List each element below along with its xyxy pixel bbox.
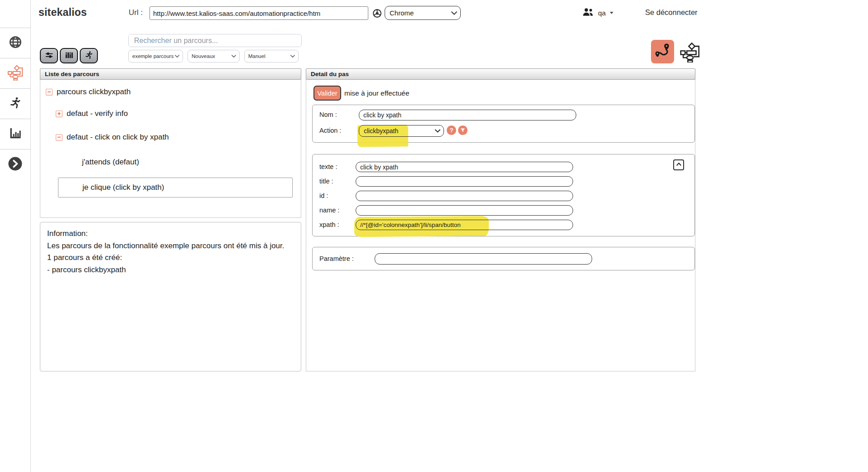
- info-line: 1 parcours a été créé:: [47, 252, 294, 264]
- nom-label: Nom :: [319, 111, 337, 118]
- info-line: Les parcours de la fonctionnalité exempl…: [47, 240, 294, 252]
- tree-item-label: parcours clickbyxpath: [57, 87, 130, 96]
- status-message: mise à jour effectuée: [344, 89, 410, 97]
- collapse-minus-icon[interactable]: [46, 89, 53, 96]
- filter-funnel-icon[interactable]: [458, 125, 468, 135]
- detail-panel: Detail du pas Valider mise à jour effect…: [306, 68, 695, 371]
- tree-item-je-clique-selected[interactable]: je clique (click by xpath): [58, 178, 293, 197]
- sidebar: [0, 0, 31, 472]
- mode-select[interactable]: Manuel: [244, 50, 299, 63]
- bar-chart-icon: [9, 127, 22, 142]
- information-panel: Information: Les parcours de la fonction…: [40, 222, 301, 371]
- chevron-right-circle-icon: [8, 156, 23, 173]
- search-input[interactable]: [128, 34, 302, 47]
- xpath-input[interactable]: [356, 220, 573, 230]
- url-label: Url :: [129, 8, 143, 17]
- status-select[interactable]: Nouveaux: [188, 50, 240, 63]
- action-label: Action :: [319, 127, 341, 134]
- parcours-panel-title: Liste des parcours: [40, 68, 301, 80]
- tree-item-label: defaut - verify info: [67, 109, 128, 118]
- tree-item-click-on-xpath[interactable]: defaut - click on click by xpath: [56, 133, 169, 142]
- parametre-input[interactable]: [375, 253, 592, 265]
- title-input[interactable]: [356, 176, 573, 187]
- sidebar-item-run[interactable]: [0, 88, 30, 119]
- id-label: id :: [319, 192, 328, 199]
- functionality-select[interactable]: exemple parcours: [128, 50, 183, 63]
- detail-panel-title: Detail du pas: [306, 68, 695, 80]
- browser-select[interactable]: Chrome: [385, 6, 461, 20]
- users-icon: [582, 8, 594, 18]
- sidebar-item-expand[interactable]: [0, 149, 30, 179]
- url-input[interactable]: [149, 6, 368, 20]
- library-icon: [64, 50, 74, 61]
- library-button[interactable]: [60, 48, 78, 63]
- valider-button[interactable]: Valider: [313, 86, 341, 101]
- id-input[interactable]: [356, 191, 573, 201]
- chrome-icon: [372, 9, 382, 20]
- parametre-label: Paramètre :: [319, 255, 354, 262]
- tree-item-jattends[interactable]: j'attends (defaut): [82, 158, 139, 167]
- sidebar-item-stats[interactable]: [0, 119, 30, 149]
- name-input[interactable]: [356, 205, 573, 216]
- route-map-icon: [654, 42, 672, 62]
- texte-label: texte :: [319, 163, 338, 170]
- filter-settings-button[interactable]: [40, 48, 58, 63]
- caret-down-icon: [610, 12, 613, 14]
- nom-input[interactable]: [359, 110, 576, 120]
- run-button[interactable]: [80, 48, 98, 63]
- expand-plus-icon[interactable]: [56, 111, 63, 117]
- action-select[interactable]: clickbyxpath: [359, 125, 444, 137]
- brand-title: sitekalios: [39, 6, 87, 19]
- runner-icon: [84, 51, 93, 61]
- route-view-button[interactable]: [651, 40, 674, 63]
- detail-panel-body: Valider mise à jour effectuée Nom : Acti…: [306, 80, 695, 371]
- tree-item-label: defaut - click on click by xpath: [67, 133, 169, 142]
- parcours-panel: Liste des parcours parcours clickbyxpath…: [40, 68, 301, 218]
- sidebar-item-parcours[interactable]: [0, 58, 30, 88]
- app-root: sitekalios Url : Chrome: [0, 0, 868, 472]
- flowchart-icon: [7, 64, 24, 82]
- flowchart-view-button[interactable]: [679, 42, 701, 63]
- name-label: name :: [319, 207, 339, 214]
- parcours-tree: parcours clickbyxpath defaut - verify in…: [40, 80, 301, 218]
- tree-item-label: j'attends (defaut): [82, 158, 139, 167]
- logout-button[interactable]: Se déconnecter: [645, 8, 698, 17]
- info-title: Information:: [47, 228, 294, 240]
- title-label: title :: [319, 178, 333, 185]
- collapse-section-button[interactable]: [673, 159, 684, 170]
- parametre-fieldset: Paramètre :: [312, 247, 695, 270]
- user-menu[interactable]: qa: [582, 8, 613, 18]
- flowchart-icon: [680, 42, 700, 64]
- xpath-label: xpath :: [319, 221, 339, 228]
- sliders-icon: [44, 50, 54, 61]
- texte-input[interactable]: [356, 162, 573, 172]
- info-line: - parcours clickbyxpath: [47, 264, 294, 276]
- tree-item-verify-info[interactable]: defaut - verify info: [56, 109, 128, 118]
- locator-fieldset: texte : title : id : name : xpath :: [312, 154, 695, 236]
- collapse-minus-icon[interactable]: [56, 134, 63, 141]
- sidebar-item-globe[interactable]: [0, 28, 30, 58]
- globe-icon: [9, 35, 22, 51]
- tree-item-parcours[interactable]: parcours clickbyxpath: [46, 87, 130, 96]
- chevron-up-icon: [675, 161, 682, 169]
- user-name: qa: [598, 9, 606, 17]
- runner-icon: [9, 96, 22, 111]
- tree-item-label: je clique (click by xpath): [82, 183, 164, 192]
- help-icon[interactable]: [447, 125, 456, 135]
